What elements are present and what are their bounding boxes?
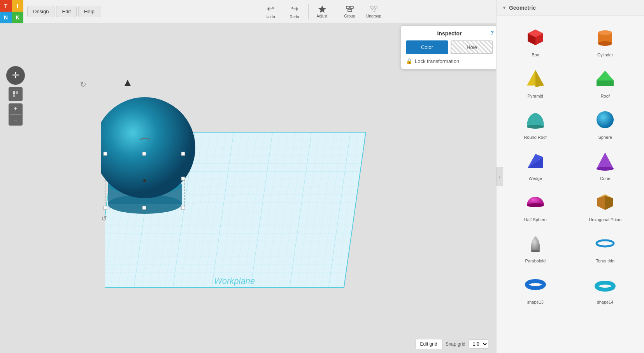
- shape-round-roof[interactable]: Round Roof: [500, 102, 570, 143]
- shape-half-sphere-label: Half Sphere: [524, 217, 547, 222]
- shape-roof[interactable]: Roof: [570, 61, 640, 102]
- svg-rect-4: [370, 6, 374, 9]
- panel-collapse-button[interactable]: ›: [496, 167, 503, 186]
- snap-grid-label: Snap grid: [446, 341, 465, 347]
- svg-rect-5: [374, 6, 377, 9]
- shape-sphere[interactable]: Sphere: [570, 102, 640, 143]
- hole-button[interactable]: Hole: [451, 40, 493, 54]
- shape-half-sphere[interactable]: Half Sphere: [500, 185, 570, 226]
- svg-point-59: [531, 250, 540, 252]
- panel-header: ▼ Geometric: [497, 0, 644, 16]
- svg-rect-34: [181, 177, 185, 180]
- svg-rect-18: [13, 94, 15, 97]
- svg-marker-58: [605, 196, 613, 210]
- pan-control[interactable]: ✛: [6, 66, 25, 85]
- shapes-grid: Box Cylinder Pyramid: [497, 16, 644, 312]
- svg-point-43: [598, 41, 612, 46]
- shape-cone-label: Cone: [600, 176, 610, 181]
- inspector-help-button[interactable]: ?: [490, 30, 494, 36]
- bottom-controls: Edit grid Snap grid 1.0: [415, 339, 488, 349]
- shape-hex-prism-preview: [591, 189, 619, 216]
- svg-rect-29: [104, 152, 107, 156]
- tinkercad-logo[interactable]: T I N K: [0, 0, 23, 23]
- lock-transformation-row[interactable]: 🔒 Lock transformation: [406, 58, 493, 64]
- undo-button[interactable]: ↩ Undo: [260, 1, 281, 22]
- svg-rect-31: [104, 206, 107, 210]
- svg-marker-45: [535, 70, 544, 87]
- inspector-title: Inspector: [406, 30, 493, 37]
- shape13-label: shape13: [527, 300, 544, 304]
- redo-button[interactable]: ↪ Redo: [284, 1, 305, 22]
- svg-point-55: [527, 203, 544, 207]
- svg-point-49: [597, 111, 614, 128]
- selected-object[interactable]: ↺: [101, 89, 210, 223]
- shape-cylinder[interactable]: Cylinder: [570, 20, 640, 61]
- canvas-area[interactable]: ✛ + − ↺: [0, 23, 498, 353]
- svg-point-60: [597, 240, 614, 246]
- shape-pyramid-preview: [522, 65, 549, 92]
- svg-rect-1: [346, 6, 349, 9]
- shape-paraboloid[interactable]: Paraboloid: [500, 226, 570, 267]
- svg-rect-17: [16, 91, 18, 94]
- toolbar-separator: [308, 4, 309, 19]
- adjust-button[interactable]: Adjust: [312, 1, 333, 22]
- snap-grid-select[interactable]: 1.0: [469, 339, 488, 349]
- svg-rect-35: [142, 206, 146, 210]
- shape-torus-thin-preview: [591, 230, 619, 257]
- shape-cone[interactable]: Cone: [570, 143, 640, 185]
- inspector-type-buttons: Color Hole: [406, 40, 493, 54]
- shape-sphere-label: Sphere: [598, 135, 612, 140]
- shape-roof-label: Roof: [601, 94, 610, 98]
- shape-roof-preview: [591, 65, 619, 92]
- svg-rect-32: [181, 206, 185, 210]
- svg-marker-47: [597, 71, 614, 80]
- shape-box-label: Box: [532, 52, 539, 57]
- svg-rect-30: [181, 152, 185, 156]
- shape-paraboloid-label: Paraboloid: [525, 259, 546, 263]
- zoom-in-button[interactable]: +: [9, 103, 23, 114]
- shape14-label: shape14: [597, 300, 613, 304]
- shape-torus-cyan-preview: [591, 271, 619, 298]
- logo-k: K: [12, 12, 23, 23]
- svg-point-62: [597, 283, 614, 290]
- shape-pyramid[interactable]: Pyramid: [500, 61, 570, 102]
- shape-hex-prism[interactable]: Hexagonal Prism: [570, 185, 640, 226]
- lock-icon: 🔒: [406, 58, 412, 64]
- ungroup-button[interactable]: Ungroup: [363, 1, 384, 22]
- group-button[interactable]: Group: [339, 1, 360, 22]
- lock-label: Lock transformation: [415, 58, 459, 64]
- svg-point-42: [598, 30, 612, 35]
- svg-rect-33: [142, 152, 146, 156]
- color-button[interactable]: Color: [406, 40, 448, 54]
- left-view-controls: ✛ + −: [6, 66, 25, 126]
- nav-edit[interactable]: Edit: [56, 6, 76, 17]
- nav-design[interactable]: Design: [27, 6, 54, 17]
- shape-torus-thin[interactable]: Torus thin: [570, 226, 640, 267]
- svg-marker-53: [597, 152, 614, 169]
- svg-marker-0: [318, 5, 326, 13]
- svg-point-36: [143, 179, 146, 182]
- zoom-out-button[interactable]: −: [9, 115, 23, 126]
- edit-grid-button[interactable]: Edit grid: [415, 339, 442, 349]
- inspector-panel: ? Inspector Color Hole 🔒 Lock transforma…: [401, 25, 498, 69]
- home-view-button[interactable]: [9, 87, 23, 101]
- svg-rect-16: [13, 91, 15, 94]
- svg-point-48: [527, 125, 544, 129]
- svg-rect-2: [350, 6, 353, 9]
- toolbar-separator2: [336, 4, 336, 19]
- shape-torus-thick-preview: [522, 271, 549, 298]
- nav-help[interactable]: Help: [78, 6, 100, 17]
- logo-i: I: [12, 0, 23, 12]
- shape-box[interactable]: Box: [500, 20, 570, 61]
- panel-title: Geometric: [509, 5, 536, 11]
- shape-torus-thin-label: Torus thin: [596, 259, 614, 263]
- logo-t: T: [0, 0, 12, 12]
- zoom-control: + −: [9, 103, 23, 126]
- shape-wedge[interactable]: Wedge: [500, 143, 570, 185]
- rotate-handle[interactable]: ↺: [101, 214, 107, 223]
- shape-torus-thick[interactable]: shape13: [500, 267, 570, 308]
- shape-torus-cyan[interactable]: shape14: [570, 267, 640, 308]
- shape-round-roof-preview: [522, 106, 549, 133]
- svg-point-61: [527, 281, 544, 288]
- logo-n: N: [0, 12, 12, 23]
